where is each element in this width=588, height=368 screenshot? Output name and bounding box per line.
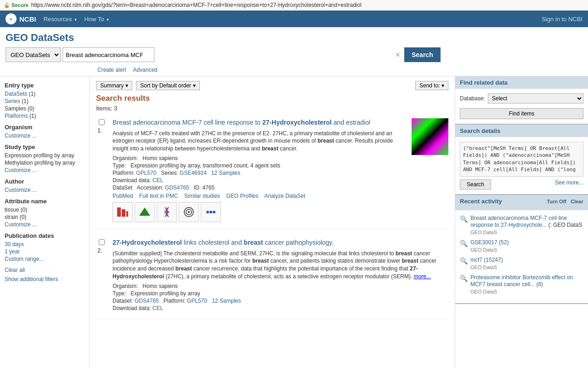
search-input-wrap: ✕ [62, 47, 402, 62]
search-details-body: ("breast"[MeSH Terms] OR Breast[All Fiel… [455, 137, 588, 194]
sort-dropdown[interactable]: Sort by Default order ▾ [136, 81, 200, 90]
show-additional-filters-link[interactable]: Show additional filters [5, 276, 85, 282]
sidebar-item-series[interactable]: Series (1) [5, 98, 85, 104]
attribute-customize[interactable]: Customize ... [5, 221, 85, 228]
list-item: 🔍 Breast adenocarcinoma MCF-7 cell line … [460, 215, 583, 236]
svg-point-10 [206, 211, 209, 213]
samples-link-1[interactable]: 12 Samples [211, 170, 240, 176]
secure-badge: 🔒 Secure [4, 2, 28, 8]
sidebar-item-1year[interactable]: 1 year [5, 248, 85, 255]
recent-item-link-4[interactable]: Proteasome inhibitor Bortezomib effect o… [470, 274, 573, 288]
search-input[interactable] [62, 47, 154, 62]
dataset-link-2[interactable]: GDS4765 [135, 298, 159, 304]
create-alert-link[interactable]: Create alert [97, 67, 126, 73]
sign-in-link[interactable]: Sign in to NCBI [542, 16, 582, 23]
url-display: https://www.ncbi.nlm.nih.gov/gds/?term=B… [31, 2, 362, 8]
svg-rect-1 [122, 209, 125, 217]
howto-link[interactable]: How To ▾ [84, 16, 109, 23]
related-database-select[interactable]: Select [488, 93, 583, 104]
fulltext-link-1[interactable]: Full text in PMC [139, 193, 178, 199]
clear-link[interactable]: Clear [571, 199, 583, 204]
advanced-link[interactable]: Advanced [133, 67, 157, 73]
recent-item-text-4: Proteasome inhibitor Bortezomib effect o… [470, 274, 583, 295]
search-details-search-button[interactable]: Search [460, 179, 491, 190]
filter-icon-btn[interactable] [135, 202, 155, 222]
sidebar-item-tissue: tissue (0) [5, 207, 85, 213]
geoprofiles-link-1[interactable]: GEO Profiles [226, 193, 258, 199]
analyze-link-1[interactable]: Analyze DataSet [264, 193, 305, 199]
resources-link[interactable]: Resources ▾ [44, 16, 77, 23]
results-count: Items: 3 [96, 105, 448, 112]
series-link-1[interactable]: GSE46924 [180, 170, 207, 176]
download-link-2[interactable]: CEL [153, 305, 163, 311]
more-link-2[interactable]: more... [414, 273, 431, 280]
clear-all-link[interactable]: Clear all [5, 267, 85, 273]
result-link-1[interactable]: Breast adenocarcinoma MCF-7 cell line re… [113, 119, 370, 126]
samples-link-2[interactable]: 12 Samples [212, 298, 241, 304]
download-link-1[interactable]: CEL [153, 177, 163, 184]
pubmed-link-1[interactable]: PubMed [113, 193, 133, 199]
ncbi-logo-icon: ≈ [6, 13, 17, 24]
turn-off-link[interactable]: Turn Off [547, 199, 566, 204]
search-row: GEO DataSets PubMed Gene ✕ Search [6, 47, 582, 62]
table-row: 1. Breast adenocarcinoma MCF-7 cell line… [96, 118, 448, 229]
spiral-icon-btn[interactable] [179, 202, 199, 222]
database-select[interactable]: GEO DataSets PubMed Gene [6, 47, 61, 62]
dt-icon-btn[interactable] [113, 202, 133, 222]
study-type-customize[interactable]: Customize ... [5, 167, 85, 173]
author-customize[interactable]: Customize ... [5, 187, 85, 193]
search-icon: 🔍 [460, 240, 468, 247]
address-bar: 🔒 Secure https://www.ncbi.nlm.nih.gov/gd… [0, 0, 588, 11]
sidebar-item-methylation: Methylation profiling by array [5, 160, 85, 166]
result-checkbox-2[interactable] [99, 239, 105, 245]
search-button[interactable]: Search [404, 47, 441, 62]
similar-link-1[interactable]: Similar studies [184, 193, 220, 199]
recent-activity-title: Recent activity [460, 198, 502, 205]
recent-activity-header-bar: Recent activity Turn Off Clear [455, 195, 588, 210]
dots-icon-btn[interactable] [201, 202, 221, 222]
sidebar-item-datasets[interactable]: DataSets (1) [5, 91, 85, 97]
author-title: Author [5, 178, 85, 185]
result-link-2[interactable]: 27-Hydroxycholesterol links cholesterol … [113, 239, 334, 246]
resources-dropdown-arrow: ▾ [74, 17, 77, 22]
result-meta-type-2: Type: Expression profiling by array [113, 290, 448, 297]
ncbi-logo: ≈ NCBI [6, 13, 36, 24]
result-checkbox-1[interactable] [99, 119, 105, 125]
sub-links: Create alert Advanced [6, 65, 582, 76]
search-details-header: Search details [455, 125, 588, 137]
results-toolbar-left: Summary ▾ Sort by Default order ▾ [96, 81, 200, 90]
search-details-links: Search See more... [460, 179, 583, 190]
recent-item-text-3: mcf7 (15247) GEO DataS [470, 257, 503, 270]
organism-customize[interactable]: Customize ... [5, 132, 85, 139]
recent-activity-body: 🔍 Breast adenocarcinoma MCF-7 cell line … [455, 210, 588, 304]
attribute-title: Attribute name [5, 198, 85, 205]
search-icon: 🔍 [460, 275, 468, 282]
platform-link-1[interactable]: GPL570 [136, 170, 156, 176]
search-icon: 🔍 [460, 215, 468, 223]
svg-rect-0 [117, 207, 121, 217]
svg-point-11 [209, 211, 212, 213]
clear-search-button[interactable]: ✕ [395, 51, 401, 58]
summary-dropdown[interactable]: Summary ▾ [96, 81, 132, 90]
search-icon: 🔍 [460, 257, 468, 264]
result-meta-type-1: Type: Expression profiling by array, tra… [113, 162, 406, 169]
sidebar-item-30days[interactable]: 30 days [5, 241, 85, 247]
nav-links: Resources ▾ How To ▾ [44, 16, 109, 23]
platform-link-2[interactable]: GPL570 [187, 298, 207, 304]
accession-link-1[interactable]: GDS4765 [165, 184, 189, 191]
recent-item-link-2[interactable]: GSE30017 (52) [470, 239, 509, 246]
result-desc-1: Analysis of MCF-7 cells treated with 27H… [113, 130, 406, 153]
recent-item-link-3[interactable]: mcf7 (15247) [470, 257, 503, 263]
see-more-link[interactable]: See more... [555, 179, 583, 190]
howto-dropdown-arrow: ▾ [107, 17, 109, 22]
organism-title: Organism [5, 124, 85, 131]
find-items-button[interactable]: Find items [460, 108, 583, 119]
result-links-1: PubMed Full text in PMC Similar studies … [113, 193, 406, 199]
search-bar-area: GEO DataSets GEO DataSets PubMed Gene ✕ … [0, 27, 588, 76]
sidebar-item-platforms[interactable]: Platforms (1) [5, 113, 85, 119]
result-thumbnail-1 [412, 118, 448, 155]
send-to-button[interactable]: Send to: ▾ [415, 81, 448, 90]
dna-icon-btn[interactable] [157, 202, 177, 222]
sidebar-item-custom-range[interactable]: Custom range... [5, 256, 85, 262]
recent-activity-section: Recent activity Turn Off Clear 🔍 Breast … [455, 195, 588, 305]
